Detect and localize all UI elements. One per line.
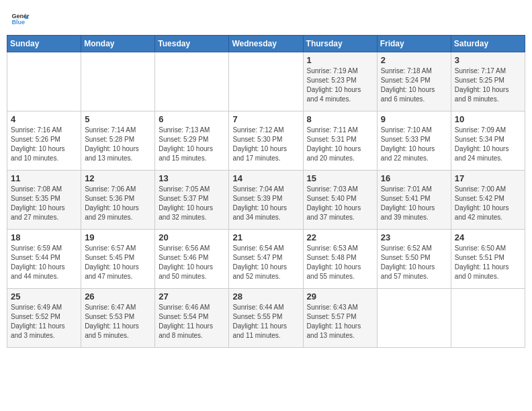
calendar-cell: 26Sunrise: 6:47 AM Sunset: 5:53 PM Dayli… xyxy=(81,289,155,348)
calendar-cell: 3Sunrise: 7:17 AM Sunset: 5:25 PM Daylig… xyxy=(451,52,525,111)
calendar-cell: 18Sunrise: 6:59 AM Sunset: 5:44 PM Dayli… xyxy=(7,230,81,289)
day-number: 29 xyxy=(307,291,373,302)
day-detail: Sunrise: 7:16 AM Sunset: 5:26 PM Dayligh… xyxy=(11,126,77,163)
header-cell-monday: Monday xyxy=(81,36,155,52)
day-number: 26 xyxy=(85,291,151,302)
calendar-cell: 27Sunrise: 6:46 AM Sunset: 5:54 PM Dayli… xyxy=(155,289,229,348)
day-detail: Sunrise: 6:50 AM Sunset: 5:51 PM Dayligh… xyxy=(455,244,521,281)
calendar-cell xyxy=(229,52,303,111)
page-header: General Blue xyxy=(7,7,525,31)
calendar-cell: 1Sunrise: 7:19 AM Sunset: 5:23 PM Daylig… xyxy=(303,52,377,111)
day-number: 8 xyxy=(307,114,373,124)
day-number: 10 xyxy=(455,114,521,124)
day-detail: Sunrise: 6:57 AM Sunset: 5:45 PM Dayligh… xyxy=(85,244,151,281)
day-number: 12 xyxy=(85,173,151,183)
day-number: 19 xyxy=(85,232,151,242)
logo-icon: General Blue xyxy=(11,9,30,28)
day-number: 6 xyxy=(159,114,225,124)
calendar-cell: 7Sunrise: 7:12 AM Sunset: 5:30 PM Daylig… xyxy=(229,111,303,171)
calendar-cell: 16Sunrise: 7:01 AM Sunset: 5:41 PM Dayli… xyxy=(377,171,451,230)
day-detail: Sunrise: 7:06 AM Sunset: 5:36 PM Dayligh… xyxy=(85,185,151,222)
header-cell-wednesday: Wednesday xyxy=(229,36,303,52)
calendar-cell: 22Sunrise: 6:53 AM Sunset: 5:48 PM Dayli… xyxy=(303,230,377,289)
calendar-cell: 24Sunrise: 6:50 AM Sunset: 5:51 PM Dayli… xyxy=(451,230,525,289)
calendar-cell: 21Sunrise: 6:54 AM Sunset: 5:47 PM Dayli… xyxy=(229,230,303,289)
day-detail: Sunrise: 7:17 AM Sunset: 5:25 PM Dayligh… xyxy=(455,66,521,104)
day-number: 15 xyxy=(307,173,373,183)
calendar-cell xyxy=(155,52,229,111)
day-detail: Sunrise: 6:52 AM Sunset: 5:50 PM Dayligh… xyxy=(381,244,447,281)
week-row-3: 11Sunrise: 7:08 AM Sunset: 5:35 PM Dayli… xyxy=(7,171,525,230)
day-detail: Sunrise: 7:08 AM Sunset: 5:35 PM Dayligh… xyxy=(11,185,77,222)
day-detail: Sunrise: 6:46 AM Sunset: 5:54 PM Dayligh… xyxy=(159,303,225,340)
day-detail: Sunrise: 7:01 AM Sunset: 5:41 PM Dayligh… xyxy=(381,185,447,222)
day-number: 25 xyxy=(11,291,77,302)
calendar-cell: 17Sunrise: 7:00 AM Sunset: 5:42 PM Dayli… xyxy=(451,171,525,230)
day-detail: Sunrise: 6:54 AM Sunset: 5:47 PM Dayligh… xyxy=(232,244,299,281)
day-detail: Sunrise: 7:19 AM Sunset: 5:23 PM Dayligh… xyxy=(307,66,373,104)
header-cell-sunday: Sunday xyxy=(7,36,81,52)
day-detail: Sunrise: 7:12 AM Sunset: 5:30 PM Dayligh… xyxy=(232,126,299,163)
day-detail: Sunrise: 7:10 AM Sunset: 5:33 PM Dayligh… xyxy=(381,126,447,163)
calendar-cell: 14Sunrise: 7:04 AM Sunset: 5:39 PM Dayli… xyxy=(229,171,303,230)
day-number: 5 xyxy=(85,114,151,124)
week-row-1: 1Sunrise: 7:19 AM Sunset: 5:23 PM Daylig… xyxy=(7,52,525,111)
calendar-body: 1Sunrise: 7:19 AM Sunset: 5:23 PM Daylig… xyxy=(7,52,525,348)
day-number: 18 xyxy=(11,232,77,242)
day-detail: Sunrise: 7:00 AM Sunset: 5:42 PM Dayligh… xyxy=(455,185,521,222)
header-row: SundayMondayTuesdayWednesdayThursdayFrid… xyxy=(7,36,525,52)
day-number: 14 xyxy=(232,173,299,183)
svg-text:Blue: Blue xyxy=(11,19,25,26)
day-detail: Sunrise: 7:18 AM Sunset: 5:24 PM Dayligh… xyxy=(381,66,447,104)
day-number: 21 xyxy=(232,232,299,242)
day-number: 17 xyxy=(455,173,521,183)
week-row-4: 18Sunrise: 6:59 AM Sunset: 5:44 PM Dayli… xyxy=(7,230,525,289)
day-detail: Sunrise: 7:09 AM Sunset: 5:34 PM Dayligh… xyxy=(455,126,521,163)
calendar-cell: 6Sunrise: 7:13 AM Sunset: 5:29 PM Daylig… xyxy=(155,111,229,171)
day-detail: Sunrise: 6:56 AM Sunset: 5:46 PM Dayligh… xyxy=(159,244,225,281)
calendar-cell: 8Sunrise: 7:11 AM Sunset: 5:31 PM Daylig… xyxy=(303,111,377,171)
calendar-cell: 19Sunrise: 6:57 AM Sunset: 5:45 PM Dayli… xyxy=(81,230,155,289)
calendar-cell xyxy=(377,289,451,348)
day-number: 24 xyxy=(455,232,521,242)
calendar-cell: 23Sunrise: 6:52 AM Sunset: 5:50 PM Dayli… xyxy=(377,230,451,289)
day-number: 13 xyxy=(159,173,225,183)
day-detail: Sunrise: 7:05 AM Sunset: 5:37 PM Dayligh… xyxy=(159,185,225,222)
header-cell-friday: Friday xyxy=(377,36,451,52)
calendar-table: SundayMondayTuesdayWednesdayThursdayFrid… xyxy=(7,35,525,348)
day-number: 11 xyxy=(11,173,77,183)
header-cell-thursday: Thursday xyxy=(303,36,377,52)
day-number: 16 xyxy=(381,173,447,183)
day-number: 3 xyxy=(455,55,521,65)
calendar-cell xyxy=(451,289,525,348)
day-detail: Sunrise: 6:53 AM Sunset: 5:48 PM Dayligh… xyxy=(307,244,373,281)
calendar-cell xyxy=(81,52,155,111)
day-number: 7 xyxy=(232,114,299,124)
calendar-cell: 4Sunrise: 7:16 AM Sunset: 5:26 PM Daylig… xyxy=(7,111,81,171)
calendar-cell: 2Sunrise: 7:18 AM Sunset: 5:24 PM Daylig… xyxy=(377,52,451,111)
calendar-header: SundayMondayTuesdayWednesdayThursdayFrid… xyxy=(7,36,525,52)
week-row-5: 25Sunrise: 6:49 AM Sunset: 5:52 PM Dayli… xyxy=(7,289,525,348)
week-row-2: 4Sunrise: 7:16 AM Sunset: 5:26 PM Daylig… xyxy=(7,111,525,171)
calendar-cell: 28Sunrise: 6:44 AM Sunset: 5:55 PM Dayli… xyxy=(229,289,303,348)
day-number: 28 xyxy=(232,291,299,302)
calendar-cell: 11Sunrise: 7:08 AM Sunset: 5:35 PM Dayli… xyxy=(7,171,81,230)
day-detail: Sunrise: 6:47 AM Sunset: 5:53 PM Dayligh… xyxy=(85,303,151,340)
day-detail: Sunrise: 6:49 AM Sunset: 5:52 PM Dayligh… xyxy=(11,303,77,340)
day-number: 1 xyxy=(307,55,373,65)
calendar-cell xyxy=(7,52,81,111)
day-number: 27 xyxy=(159,291,225,302)
day-number: 23 xyxy=(381,232,447,242)
calendar-cell: 5Sunrise: 7:14 AM Sunset: 5:28 PM Daylig… xyxy=(81,111,155,171)
header-cell-tuesday: Tuesday xyxy=(155,36,229,52)
day-detail: Sunrise: 6:59 AM Sunset: 5:44 PM Dayligh… xyxy=(11,244,77,281)
day-detail: Sunrise: 7:04 AM Sunset: 5:39 PM Dayligh… xyxy=(232,185,299,222)
calendar-cell: 25Sunrise: 6:49 AM Sunset: 5:52 PM Dayli… xyxy=(7,289,81,348)
day-number: 4 xyxy=(11,114,77,124)
calendar-cell: 20Sunrise: 6:56 AM Sunset: 5:46 PM Dayli… xyxy=(155,230,229,289)
day-detail: Sunrise: 7:11 AM Sunset: 5:31 PM Dayligh… xyxy=(307,126,373,163)
calendar-cell: 13Sunrise: 7:05 AM Sunset: 5:37 PM Dayli… xyxy=(155,171,229,230)
day-detail: Sunrise: 6:44 AM Sunset: 5:55 PM Dayligh… xyxy=(232,303,299,340)
calendar-cell: 12Sunrise: 7:06 AM Sunset: 5:36 PM Dayli… xyxy=(81,171,155,230)
day-number: 2 xyxy=(381,55,447,65)
